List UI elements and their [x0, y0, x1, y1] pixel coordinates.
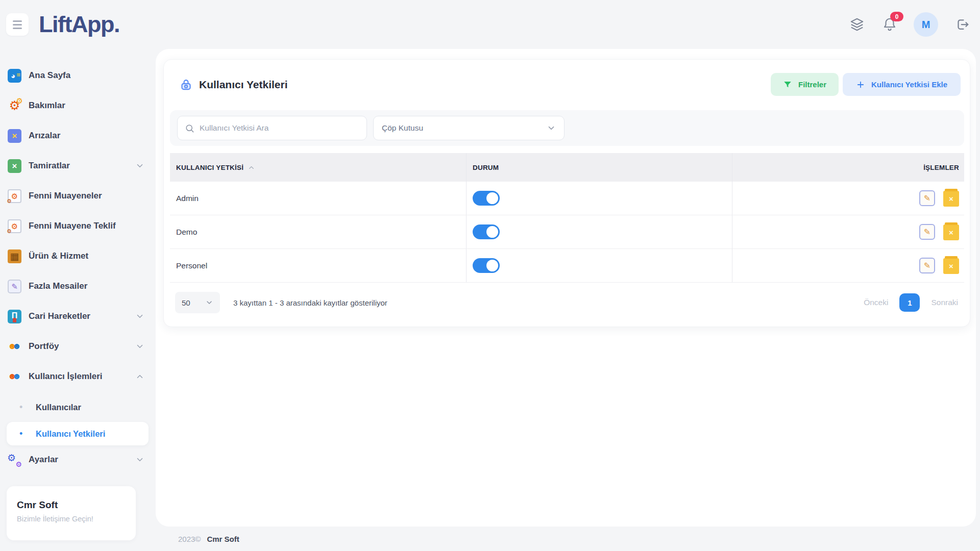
sidebar-item-kullanici-yetkileri[interactable]: • Kullanıcı Yetkileri [7, 422, 149, 445]
sidebar-item-icon: × [8, 129, 21, 143]
status-toggle[interactable] [473, 258, 500, 273]
notification-badge: 0 [890, 12, 903, 21]
sidebar-item-label: Ayarlar [29, 455, 58, 465]
toggle-knob [486, 226, 498, 238]
chevron-down-icon [205, 298, 213, 307]
status-toggle[interactable] [473, 224, 500, 239]
toggle-knob [486, 192, 498, 204]
plus-icon [856, 80, 865, 89]
sidebar-item-icon: ✎ [8, 280, 21, 293]
bullet-icon: • [19, 429, 27, 439]
page-title-row: Kullanıcı Yetkileri [179, 78, 288, 91]
logout-button[interactable] [953, 16, 971, 33]
sidebar-item-label: Fazla Mesailer [29, 281, 87, 291]
search-input[interactable] [200, 123, 359, 133]
sidebar-item-label: Ürün & Hizmet [29, 251, 88, 261]
edit-button[interactable]: ✎ [919, 190, 935, 206]
sidebar-item-kullanici-islemleri[interactable]: ☻☻ Kullanıcı İşlemleri [7, 365, 149, 388]
card-header: Kullanıcı Yetkileri Filtreler Kullanıcı … [164, 60, 970, 96]
row-actions-cell: ✎ × [732, 215, 964, 248]
row-name-cell: Demo [170, 215, 466, 248]
status-toggle[interactable] [473, 191, 500, 206]
sidebar-item-icon: ▦ [8, 249, 21, 263]
app-logo[interactable]: LiftApp. [39, 11, 119, 38]
row-status-cell [466, 249, 732, 282]
contact-card[interactable]: Cmr Soft Bizimle İletişime Geçin! [7, 486, 136, 540]
edit-button[interactable]: ✎ [919, 224, 935, 240]
sidebar-item-arizalar[interactable]: × Arızalar [7, 124, 149, 147]
lock-icon [179, 78, 193, 91]
row-actions-cell: ✎ × [732, 182, 964, 215]
sidebar-item-icon: ⚙⚙ [8, 99, 21, 113]
chevron-up-icon [135, 372, 144, 381]
row-status-cell [466, 182, 732, 215]
sidebar-item-fenni-muayene-teklif[interactable]: ⚙⚙ Fenni Muayene Teklif [7, 215, 149, 237]
sidebar-item-icon: ☻☻ [8, 370, 21, 384]
sidebar-item-label: Fenni Muayene Teklif [29, 221, 116, 231]
column-header-permission[interactable]: KULLANICI YETKİSİ [170, 153, 466, 182]
main-column: Kullanıcı Yetkileri Filtreler Kullanıcı … [156, 49, 976, 551]
edit-icon: ✎ [924, 227, 930, 237]
sidebar-item-icon: ⚙⚙ [8, 453, 21, 467]
current-page-button[interactable]: 1 [899, 293, 920, 312]
delete-button[interactable]: × [943, 258, 959, 274]
chevron-down-icon [135, 161, 144, 170]
row-status-cell [466, 215, 732, 248]
edit-icon: ✎ [924, 193, 930, 203]
sidebar-item-label: Cari Hareketler [29, 311, 90, 321]
chevron-down-icon [135, 342, 144, 351]
sidebar-item-icon: Π [8, 310, 21, 323]
sidebar-item-portfoy[interactable]: ☻☻ Portföy [7, 335, 149, 358]
header-buttons: Filtreler Kullanıcı Yetkisi Ekle [771, 73, 961, 96]
sidebar-subitem-label: Kullanıcılar [36, 403, 81, 412]
sidebar-item-label: Ana Sayfa [29, 70, 70, 81]
prev-page-button[interactable]: Önceki [864, 298, 888, 307]
sidebar-item-ayarlar[interactable]: ⚙⚙ Ayarlar [7, 448, 149, 471]
column-header-actions: İŞLEMLER [732, 153, 964, 182]
row-name-cell: Admin [170, 182, 466, 215]
sidebar-item-fenni-muayeneler[interactable]: ⚙⚙ Fenni Muayeneler [7, 185, 149, 207]
sidebar-item-label: Arızalar [29, 131, 60, 141]
notifications-button[interactable]: 0 [881, 16, 898, 33]
sidebar-item-label: Tamiratlar [29, 161, 70, 171]
filters-button[interactable]: Filtreler [771, 73, 839, 96]
permissions-card: Kullanıcı Yetkileri Filtreler Kullanıcı … [163, 59, 970, 327]
layers-button[interactable] [848, 16, 866, 33]
chevron-down-icon [135, 312, 144, 321]
next-page-button[interactable]: Sonraki [931, 298, 958, 307]
sidebar-item-tamiratlar[interactable]: × Tamiratlar [7, 155, 149, 177]
sidebar-item-icon: ◕≡ [8, 69, 21, 83]
menu-button[interactable] [6, 13, 29, 36]
page-size-select[interactable]: 50 [175, 292, 220, 313]
table-row: Admin ✎ × [170, 182, 964, 215]
sidebar-item-ana-sayfa[interactable]: ◕≡ Ana Sayfa [7, 64, 149, 87]
sidebar-item-bakimlar[interactable]: ⚙⚙ Bakımlar [7, 94, 149, 117]
add-permission-button[interactable]: Kullanıcı Yetkisi Ekle [843, 73, 961, 96]
row-actions-cell: ✎ × [732, 249, 964, 282]
sidebar-item-label: Bakımlar [29, 101, 65, 111]
trash-filter-select[interactable]: Çöp Kutusu [373, 116, 565, 140]
table-row: Demo ✎ × [170, 215, 964, 249]
table-body: Admin ✎ × Demo ✎ × Personel ✎ [170, 182, 964, 283]
edit-button[interactable]: ✎ [919, 258, 935, 273]
delete-button[interactable]: × [943, 224, 959, 240]
search-box [177, 116, 367, 140]
pagination-controls: Önceki 1 Sonraki [864, 293, 964, 312]
main-content: Kullanıcı Yetkileri Filtreler Kullanıcı … [156, 49, 976, 527]
footer-year: 2023© [178, 535, 201, 543]
sidebar: ◕≡ Ana Sayfa ⚙⚙ Bakımlar × Arızalar × Ta… [0, 49, 156, 551]
sidebar-item-urun-hizmet[interactable]: ▦ Ürün & Hizmet [7, 245, 149, 267]
footer-company: Cmr Soft [207, 535, 239, 543]
contact-card-subtitle: Bizimle İletişime Geçin! [17, 515, 126, 523]
bullet-icon: • [19, 402, 27, 413]
chevron-down-icon [135, 455, 144, 464]
chevron-down-icon [547, 123, 556, 133]
permissions-table: KULLANICI YETKİSİ DURUM İŞLEMLER Admin [170, 153, 964, 283]
avatar[interactable]: M [914, 12, 938, 37]
footer: 2023© Cmr Soft [156, 527, 976, 551]
sidebar-item-cari-hareketler[interactable]: Π Cari Hareketler [7, 305, 149, 328]
delete-button[interactable]: × [943, 191, 959, 207]
sidebar-item-kullanicilar[interactable]: • Kullanıcılar [7, 395, 149, 419]
sidebar-item-fazla-mesailer[interactable]: ✎ Fazla Mesailer [7, 275, 149, 297]
sidebar-item-label: Kullanıcı İşlemleri [29, 371, 103, 382]
